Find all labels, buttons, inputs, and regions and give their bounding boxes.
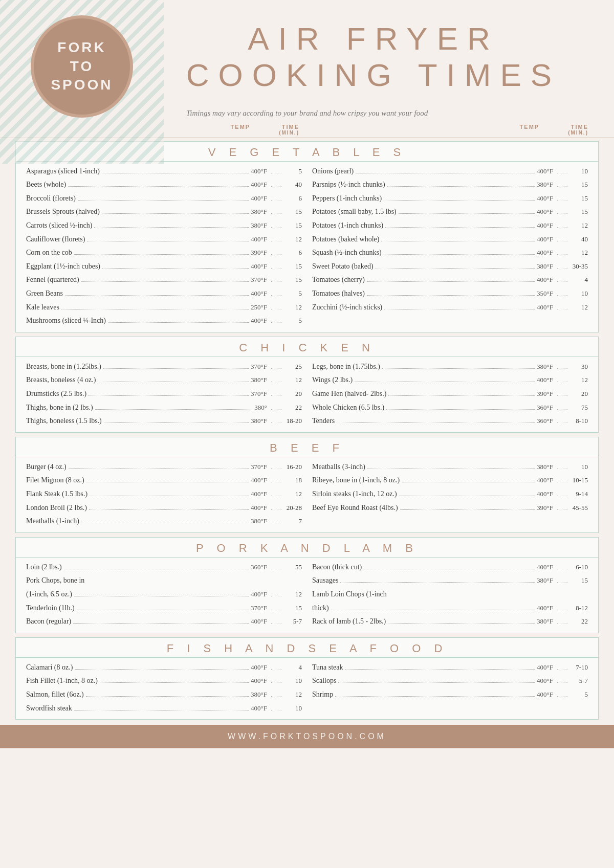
food-dots [386, 409, 535, 410]
food-name: Zucchini (½-inch sticks) [312, 301, 382, 315]
food-dots [68, 186, 249, 187]
food-dots [102, 173, 249, 173]
food-temp: 400°F [251, 165, 270, 178]
food-time: 15 [282, 206, 302, 218]
food-dots2 [271, 422, 281, 423]
food-temp: 390°F [537, 388, 556, 400]
right-column-pork-lamb: Bacon (thick cut)400°F6-10Sausages380°F1… [307, 561, 593, 629]
food-temp: 400°F [537, 192, 556, 205]
food-time: 15 [282, 260, 302, 273]
food-name: Pork Chops, bone in [26, 574, 84, 588]
food-time: 15 [568, 179, 588, 191]
food-time: 5-7 [568, 675, 588, 687]
food-time: 5 [568, 688, 588, 701]
food-name: Cauliflower (florets) [26, 233, 85, 247]
food-name: Loin (2 lbs.) [26, 561, 62, 574]
food-dots [86, 482, 249, 482]
food-row: (1-inch, 6.5 oz.)400°F12 [26, 588, 302, 602]
section-body-vegetables: Asparagus (sliced 1-inch)400°F5Beets (wh… [16, 162, 598, 332]
food-dots2 [557, 509, 567, 510]
food-time: 15 [282, 602, 302, 615]
food-time: 12 [568, 247, 588, 259]
food-dots [78, 200, 249, 201]
food-time: 30-35 [568, 260, 588, 273]
food-name: Whole Chicken (6.5 lbs.) [312, 401, 384, 415]
food-time: 20 [282, 388, 302, 400]
food-row: Parsnips (½-inch chunks)380°F15 [312, 178, 588, 192]
food-time: 10 [568, 165, 588, 178]
food-dots2 [271, 509, 281, 510]
food-row: Legs, bone in (1.75lbs.)380°F30 [312, 360, 588, 374]
food-name: Broccoli (florets) [26, 192, 76, 206]
food-name: Brussels Sprouts (halved) [26, 205, 100, 219]
food-time: 30 [568, 361, 588, 373]
food-dots [69, 469, 249, 469]
food-row: Salmon, fillet (6oz.)380°F12 [26, 688, 302, 702]
food-name: Salmon, fillet (6oz.) [26, 688, 84, 702]
food-temp: 380°F [251, 515, 270, 528]
left-column-vegetables: Asparagus (sliced 1-inch)400°F5Beets (wh… [21, 165, 307, 328]
food-dots2 [557, 186, 567, 187]
food-name: Bacon (thick cut) [312, 561, 362, 574]
food-name: Green Beans [26, 287, 63, 301]
section-title-fish-seafood: F I S H A N D S E A F O O D [16, 638, 598, 658]
food-time: 6 [282, 247, 302, 259]
food-temp: 400°F [537, 247, 556, 259]
right-column-beef: Meatballs (3-inch)380°F10Ribeye, bone in… [307, 460, 593, 528]
food-time: 15 [568, 574, 588, 587]
food-temp: 400°F [537, 301, 556, 314]
food-dots2 [557, 469, 567, 469]
food-time: 12 [282, 688, 302, 701]
food-dots [94, 227, 249, 228]
food-name: Wings (2 lbs.) [312, 373, 353, 387]
food-dots [388, 395, 535, 396]
food-name: Swordfish steak [26, 702, 72, 716]
footer: www.forktospoon.com [0, 725, 614, 748]
food-name: Scallops [312, 674, 336, 688]
food-dots2 [271, 200, 281, 201]
food-temp: 390°F [537, 502, 556, 515]
food-row: Onions (pearl)400°F10 [312, 165, 588, 179]
food-dots [74, 710, 249, 710]
food-row: Wings (2 lbs.)400°F12 [312, 373, 588, 387]
left-column-pork-lamb: Loin (2 lbs.)360°F55Pork Chops, bone in(… [21, 561, 307, 629]
food-name: Carrots (sliced ½-inch) [26, 219, 92, 233]
food-dots [400, 509, 535, 510]
food-dots [387, 186, 535, 187]
food-time: 12 [282, 488, 302, 501]
food-dots [367, 295, 535, 296]
food-time: 22 [568, 615, 588, 628]
food-dots2 [557, 254, 567, 255]
food-dots [102, 268, 249, 269]
food-name: Kale leaves [26, 301, 59, 315]
food-dots2 [271, 623, 281, 624]
food-time: 20-28 [282, 502, 302, 515]
food-dots [81, 281, 249, 282]
food-name: Meatballs (3-inch) [312, 460, 365, 474]
food-temp: 380° [254, 402, 270, 414]
food-time: 55 [282, 561, 302, 574]
food-dots [331, 610, 535, 610]
food-time: 16-20 [282, 461, 302, 474]
food-dots2 [557, 200, 567, 201]
food-time: 15 [568, 206, 588, 218]
food-row: Filet Mignon (8 oz.)400°F18 [26, 474, 302, 487]
food-dots2 [557, 395, 567, 396]
food-row: Tenderloin (1lb.)370°F15 [26, 602, 302, 615]
food-temp: 380°F [251, 374, 270, 387]
food-name: Peppers (1-inch chunks) [312, 192, 382, 206]
food-temp: 400°F [251, 287, 270, 300]
food-name: thick) [312, 602, 329, 615]
food-dots2 [271, 696, 281, 697]
food-row: thick)400°F8-12 [312, 602, 588, 615]
food-dots [382, 368, 535, 369]
footer-url: www.forktospoon.com [228, 732, 386, 741]
food-time: 8-12 [568, 602, 588, 615]
food-time: 4 [282, 661, 302, 674]
food-row: Beef Eye Round Roast (4lbs.)390°F45-55 [312, 501, 588, 515]
food-row: Thighs, bone in (2 lbs.)380°22 [26, 401, 302, 415]
food-time: 18 [282, 474, 302, 487]
food-time: 12 [282, 301, 302, 314]
food-name: Tomatoes (cherry) [312, 273, 365, 287]
food-dots [89, 395, 249, 396]
